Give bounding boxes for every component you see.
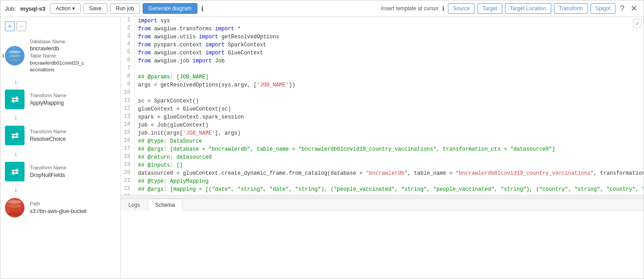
pipeline-node-resolve-choice[interactable]: ⇄ Transform Name ResolveChoice bbox=[0, 123, 120, 148]
drop-null-icon: ⇄ bbox=[5, 162, 25, 181]
pipeline-arrow-1: ↓ bbox=[0, 76, 120, 87]
spigot-template-button[interactable]: Spigot bbox=[591, 3, 615, 14]
job-prefix-label: Job: bbox=[5, 5, 16, 12]
node-apply-mapping-label: Transform Name ApplyMapping bbox=[30, 92, 66, 107]
target-location-template-button[interactable]: Target Location bbox=[505, 3, 551, 14]
code-line-7: 7 bbox=[121, 65, 644, 73]
code-line-17: 17 ## @args: [database = "bncrawlerdb", … bbox=[121, 145, 644, 153]
node-db-label: Database Name bncrawlerdb Table Name bnc… bbox=[30, 38, 84, 73]
code-table: 1 import sys 2 from awsglue.transforms i… bbox=[121, 17, 644, 195]
target-template-button[interactable]: Target bbox=[477, 3, 502, 14]
pipeline-arrow-3: ↓ bbox=[0, 148, 120, 159]
run-job-button[interactable]: Run job bbox=[110, 3, 140, 14]
code-line-2: 2 from awsglue.transforms import * bbox=[121, 25, 644, 33]
resolve-choice-icon: ⇄ bbox=[5, 126, 25, 145]
pipeline-arrow-4: ↓ bbox=[0, 184, 120, 195]
pipeline-arrow-2: ↓ bbox=[0, 112, 120, 123]
code-line-8: 8 ## @params: [JOB_NAME] bbox=[121, 73, 644, 81]
code-line-14: 14 job = Job(glueContext) bbox=[121, 121, 644, 129]
code-line-10: 10 bbox=[121, 89, 644, 97]
main-container: Job: mysql-s3 Action ▾ Save Run job Gene… bbox=[0, 0, 644, 279]
code-editor[interactable]: 1 import sys 2 from awsglue.transforms i… bbox=[121, 17, 644, 195]
tab-schema[interactable]: Schema bbox=[148, 199, 182, 211]
code-line-1: 1 import sys bbox=[121, 17, 644, 25]
code-line-9: 9 args = getResolvedOptions(sys.argv, ['… bbox=[121, 81, 644, 89]
s3-icon bbox=[5, 198, 25, 217]
generate-diagram-button[interactable]: Generate diagram bbox=[143, 3, 197, 14]
tab-content-area bbox=[121, 211, 644, 279]
content-area: + − ℹ Database Name bncrawlerdb Table Na… bbox=[0, 17, 644, 279]
apply-mapping-icon: ⇄ bbox=[5, 90, 25, 109]
horizontal-scrollbar[interactable] bbox=[121, 195, 644, 198]
chevron-down-icon: ▾ bbox=[72, 5, 75, 12]
node-db-info-icon: ℹ bbox=[2, 53, 4, 59]
tabs-bar: Logs Schema bbox=[121, 199, 644, 211]
code-line-6: 6 from awsglue.job import Job bbox=[121, 57, 644, 65]
insert-template-label: Insert template at cursor bbox=[381, 5, 439, 12]
code-line-18: 18 ## @return: datasource0 bbox=[121, 153, 644, 161]
pipeline-controls: + − bbox=[0, 21, 120, 36]
db-icon bbox=[5, 46, 25, 66]
source-template-button[interactable]: Source bbox=[448, 3, 475, 14]
code-line-15: 15 job.init(args['JOB_NAME'], args) bbox=[121, 129, 644, 137]
action-label: Action bbox=[56, 5, 70, 12]
pipeline-node-s3[interactable]: Path s3://bn-aws-glue-bucket bbox=[0, 195, 120, 220]
code-line-23: 23 ## @return: applymapping1 bbox=[121, 193, 644, 195]
code-line-3: 3 from awsglue.utils import getResolvedO… bbox=[121, 33, 644, 41]
code-line-21: 21 ## @type: ApplyMapping bbox=[121, 177, 644, 185]
code-line-16: 16 ## @type: DataSource bbox=[121, 137, 644, 145]
pipeline-node-apply-mapping[interactable]: ⇄ Transform Name ApplyMapping bbox=[0, 87, 120, 112]
code-line-4: 4 from pyspark.context import SparkConte… bbox=[121, 41, 644, 49]
code-line-20: 20 datasource0 = glueContext.create_dyna… bbox=[121, 169, 644, 177]
job-name-label: mysql-s3 bbox=[21, 5, 45, 12]
help-button[interactable]: ? bbox=[618, 4, 626, 13]
remove-node-button[interactable]: − bbox=[16, 21, 26, 31]
code-editor-container: 1 import sys 2 from awsglue.transforms i… bbox=[121, 17, 644, 195]
pipeline-node-db[interactable]: ℹ Database Name bncrawlerdb Table Name b… bbox=[0, 36, 120, 76]
info-button[interactable]: ℹ bbox=[200, 4, 205, 13]
right-panel: 1 import sys 2 from awsglue.transforms i… bbox=[121, 17, 644, 279]
insert-info-button[interactable]: ℹ bbox=[441, 5, 445, 12]
node-drop-null-label: Transform Name DropNullFields bbox=[30, 164, 66, 179]
toolbar: Job: mysql-s3 Action ▾ Save Run job Gene… bbox=[0, 0, 644, 17]
pipeline-node-drop-null[interactable]: ⇄ Transform Name DropNullFields bbox=[0, 159, 120, 184]
left-panel: + − ℹ Database Name bncrawlerdb Table Na… bbox=[0, 17, 121, 279]
bottom-panel: Logs Schema bbox=[121, 198, 644, 279]
code-line-11: 11 sc = SparkContext() bbox=[121, 97, 644, 105]
code-line-13: 13 spark = glueContext.spark_session bbox=[121, 113, 644, 121]
transform-template-button[interactable]: Transform bbox=[554, 3, 588, 14]
node-resolve-choice-label: Transform Name ResolveChoice bbox=[30, 128, 66, 143]
toolbar-right: Insert template at cursor ℹ Source Targe… bbox=[381, 3, 639, 14]
node-s3-label: Path s3://bn-aws-glue-bucket bbox=[30, 201, 86, 215]
action-button[interactable]: Action ▾ bbox=[50, 3, 81, 14]
add-node-button[interactable]: + bbox=[5, 21, 15, 31]
expand-editor-button[interactable]: ⤢ bbox=[633, 19, 642, 28]
tab-logs[interactable]: Logs bbox=[121, 199, 148, 211]
code-line-12: 12 glueContext = GlueContext(sc) bbox=[121, 105, 644, 113]
code-line-19: 19 ## @inputs: [] bbox=[121, 161, 644, 169]
code-line-5: 5 from awsglue.context import GlueContex… bbox=[121, 49, 644, 57]
code-line-22: 22 ## @args: [mapping = [("date", "strin… bbox=[121, 185, 644, 193]
save-button[interactable]: Save bbox=[83, 3, 107, 14]
close-button[interactable]: ✕ bbox=[629, 4, 639, 13]
